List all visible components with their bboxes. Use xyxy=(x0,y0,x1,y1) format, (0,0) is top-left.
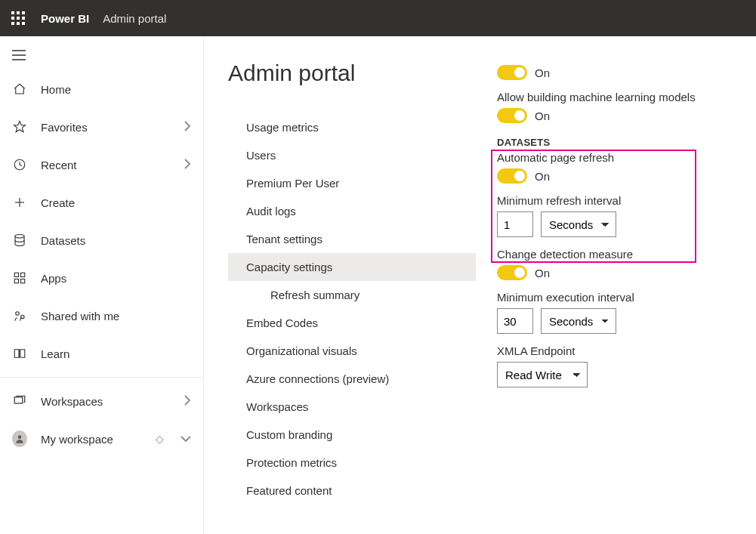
svg-rect-15 xyxy=(14,397,23,403)
sidebar-item-label: Create xyxy=(41,196,191,209)
svg-marker-3 xyxy=(14,122,26,132)
chevron-right-icon xyxy=(184,395,191,408)
min-exec-value-input[interactable] xyxy=(497,308,533,334)
svg-rect-8 xyxy=(14,273,18,276)
sidebar-item-shared-with-me[interactable]: Shared with me xyxy=(0,297,203,335)
menu-item-featured-content[interactable]: Featured content xyxy=(228,477,476,505)
plus-icon xyxy=(12,196,27,209)
sidebar-item-create[interactable]: Create xyxy=(0,184,203,221)
menu-item-tenant-settings[interactable]: Tenant settings xyxy=(228,225,476,253)
sidebar-item-label: Home xyxy=(41,83,191,96)
toggle-change-detection[interactable]: On xyxy=(497,265,735,280)
sidebar-divider xyxy=(0,377,203,378)
section-header-datasets: DATASETS xyxy=(497,137,735,148)
chevron-right-icon xyxy=(184,159,191,171)
sidebar-item-label: My workspace xyxy=(41,433,142,446)
menu-item-custom-branding[interactable]: Custom branding xyxy=(228,421,476,449)
sidebar-item-label: Workspaces xyxy=(41,395,170,408)
menu-item-workspaces[interactable]: Workspaces xyxy=(228,393,476,421)
xmla-endpoint-select[interactable]: Read Write xyxy=(497,362,588,387)
sidebar-item-label: Learn xyxy=(41,347,191,360)
menu-subitem-refresh-summary[interactable]: Refresh summary xyxy=(228,281,476,309)
sidebar-item-workspaces[interactable]: Workspaces xyxy=(0,382,203,420)
menu-item-embed-codes[interactable]: Embed Codes xyxy=(228,309,476,337)
menu-item-audit-logs[interactable]: Audit logs xyxy=(228,197,476,225)
xmla-label: XMLA Endpoint xyxy=(497,344,735,357)
sidebar-item-my-workspace[interactable]: My workspace ◇ xyxy=(0,420,203,458)
menu-item-premium-per-user[interactable]: Premium Per User xyxy=(228,169,476,197)
chevron-right-icon xyxy=(184,121,191,134)
auto-refresh-label: Automatic page refresh xyxy=(497,151,735,164)
min-refresh-unit-select[interactable]: Seconds xyxy=(541,211,616,237)
nav-collapse-button[interactable] xyxy=(0,42,203,70)
sidebar-item-learn[interactable]: Learn xyxy=(0,335,203,372)
db-icon xyxy=(12,233,27,247)
sidebar-item-apps[interactable]: Apps xyxy=(0,259,203,297)
avatar-icon xyxy=(12,431,27,447)
premium-diamond-icon: ◇ xyxy=(156,433,164,445)
sidebar-item-label: Favorites xyxy=(41,121,170,134)
toggle-state-label: On xyxy=(535,170,550,183)
sidebar-item-recent[interactable]: Recent xyxy=(0,146,203,184)
svg-rect-11 xyxy=(21,279,25,283)
sidebar-item-home[interactable]: Home xyxy=(0,70,203,108)
area-title: Admin portal xyxy=(103,12,166,25)
menu-item-azure-connections-preview-[interactable]: Azure connections (preview) xyxy=(228,365,476,393)
toggle-auto-page-refresh[interactable]: On xyxy=(497,168,735,184)
clock-icon xyxy=(12,158,27,171)
min-exec-unit-select[interactable]: Seconds xyxy=(541,308,616,334)
sidebar-item-datasets[interactable]: Datasets xyxy=(0,221,203,259)
toggle-state-label: On xyxy=(535,267,550,279)
chevron-down-icon xyxy=(181,433,191,445)
svg-rect-9 xyxy=(21,273,25,276)
sidebar-item-label: Apps xyxy=(41,272,191,285)
min-refresh-label: Minimum refresh interval xyxy=(497,194,735,207)
toggle-workload-1[interactable]: On xyxy=(497,65,735,80)
toggle-state-label: On xyxy=(535,110,550,122)
star-icon xyxy=(12,120,27,134)
brand-name: Power BI xyxy=(41,12,89,25)
settings-panel: On Allow building machine learning model… xyxy=(476,36,756,534)
menu-item-organizational-visuals[interactable]: Organizational visuals xyxy=(228,337,476,365)
sidebar-item-favorites[interactable]: Favorites xyxy=(0,108,203,146)
sidebar: HomeFavoritesRecentCreateDatasetsAppsSha… xyxy=(0,36,204,534)
page-title: Admin portal xyxy=(228,60,476,86)
learn-icon xyxy=(12,347,27,360)
sidebar-item-label: Datasets xyxy=(41,234,191,247)
sidebar-item-label: Shared with me xyxy=(41,310,191,323)
svg-point-12 xyxy=(16,312,20,316)
min-refresh-value-input[interactable] xyxy=(497,211,533,237)
toggle-state-label: On xyxy=(535,66,550,79)
top-bar: Power BI Admin portal xyxy=(0,0,756,36)
svg-rect-10 xyxy=(14,279,18,283)
sidebar-item-label: Recent xyxy=(41,159,170,171)
menu-item-usage-metrics[interactable]: Usage metrics xyxy=(228,113,476,141)
menu-item-protection-metrics[interactable]: Protection metrics xyxy=(228,449,476,477)
menu-item-users[interactable]: Users xyxy=(228,141,476,169)
admin-menu-panel: Admin portal Usage metricsUsersPremium P… xyxy=(204,36,476,534)
allow-ml-label: Allow building machine learning models xyxy=(497,91,735,103)
stack-icon xyxy=(12,394,27,408)
min-exec-label: Minimum execution interval xyxy=(497,291,735,304)
svg-point-16 xyxy=(18,435,22,439)
change-detection-label: Change detection measure xyxy=(497,248,735,261)
menu-item-capacity-settings[interactable]: Capacity settings xyxy=(228,253,476,281)
svg-point-7 xyxy=(15,235,24,239)
home-icon xyxy=(12,82,27,96)
share-icon xyxy=(12,309,27,323)
toggle-allow-ml[interactable]: On xyxy=(497,108,735,123)
app-launcher-icon[interactable] xyxy=(9,9,27,27)
apps-icon xyxy=(12,271,27,285)
